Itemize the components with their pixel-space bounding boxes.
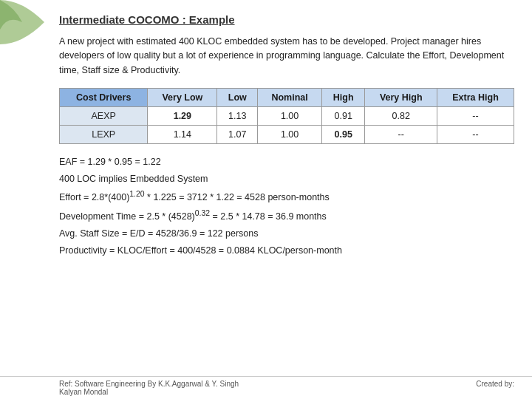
table-row-lexp: LEXP 1.14 1.07 1.00 0.95 -- -- (60, 126, 514, 144)
cocomo-table: Cost Drivers Very Low Low Nominal High V… (59, 88, 514, 144)
col-header-very-low: Very Low (148, 89, 217, 107)
result-line-1: EAF = 1.29 * 0.95 = 1.22 (59, 154, 514, 170)
content-area: Intermediate COCOMO : Example A new proj… (0, 0, 532, 376)
aexp-extra-high: -- (437, 107, 514, 126)
aexp-very-high: 0.82 (365, 107, 437, 126)
footer-right: Created by: (476, 380, 514, 396)
lexp-very-low: 1.14 (148, 126, 217, 144)
col-header-low: Low (217, 89, 258, 107)
lexp-extra-high: -- (437, 126, 514, 144)
aexp-high: 0.91 (321, 107, 365, 126)
result-line-6: Productivity = KLOC/Effort = 400/4528 = … (59, 243, 514, 259)
page-container: Intermediate COCOMO : Example A new proj… (0, 0, 532, 399)
aexp-very-low: 1.29 (148, 107, 217, 126)
col-header-high: High (321, 89, 365, 107)
col-header-nominal: Nominal (258, 89, 322, 107)
footer: Ref: Software Engineering By K.K.Aggarwa… (0, 376, 532, 399)
result-line-5: Avg. Staff Size = E/D = 4528/36.9 = 122 … (59, 226, 514, 242)
table-row-aexp: AEXP 1.29 1.13 1.00 0.91 0.82 -- (60, 107, 514, 126)
col-header-extra-high: Extra High (437, 89, 514, 107)
lexp-nominal: 1.00 (258, 126, 322, 144)
driver-aexp: AEXP (60, 107, 148, 126)
lexp-low: 1.07 (217, 126, 258, 144)
lexp-high: 0.95 (321, 126, 365, 144)
aexp-low: 1.13 (217, 107, 258, 126)
results-section: EAF = 1.29 * 0.95 = 1.22 400 LOC implies… (59, 154, 514, 259)
intro-text: A new project with estimated 400 KLOC em… (59, 35, 514, 78)
footer-left: Ref: Software Engineering By K.K.Aggarwa… (59, 380, 239, 396)
col-header-very-high: Very High (365, 89, 437, 107)
result-line-2: 400 LOC implies Embedded System (59, 171, 514, 187)
lexp-very-high: -- (365, 126, 437, 144)
result-line-4: Development Time = 2.5 * (4528)0.32 = 2.… (59, 207, 514, 225)
driver-lexp: LEXP (60, 126, 148, 144)
aexp-nominal: 1.00 (258, 107, 322, 126)
col-header-cost-drivers: Cost Drivers (60, 89, 148, 107)
result-line-3: Effort = 2.8*(400)1.20 * 1.225 = 3712 * … (59, 188, 514, 205)
page-title: Intermediate COCOMO : Example (59, 13, 514, 26)
